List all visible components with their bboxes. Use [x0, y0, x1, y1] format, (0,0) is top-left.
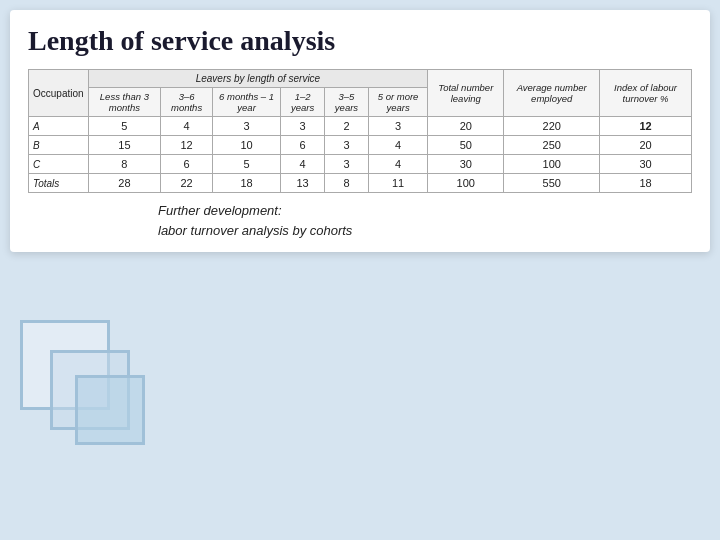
col4-header: 1–2 years [281, 88, 325, 117]
cell-0-c7: 20 [428, 117, 504, 136]
slide-container: Length of service analysis Occupation Le… [10, 10, 710, 252]
cell-0-occupation: A [29, 117, 89, 136]
background-decoration [20, 320, 180, 480]
col5-header: 3–5 years [325, 88, 369, 117]
cell-3-c5: 8 [325, 174, 369, 193]
avg-employed-header: Average number employed [504, 70, 600, 117]
cell-0-c1: 5 [88, 117, 161, 136]
cell-2-c6: 4 [368, 155, 427, 174]
cell-2-c7: 30 [428, 155, 504, 174]
col3-header: 6 months – 1 year [212, 88, 280, 117]
cell-0-c2: 4 [161, 117, 213, 136]
index-header: Index of labour turnover % [600, 70, 692, 117]
cell-3-c8: 550 [504, 174, 600, 193]
cell-1-c1: 15 [88, 136, 161, 155]
cell-1-occupation: B [29, 136, 89, 155]
cell-2-c5: 3 [325, 155, 369, 174]
footer-line2: labor turnover analysis by cohorts [158, 223, 352, 238]
cell-1-c8: 250 [504, 136, 600, 155]
cell-2-c8: 100 [504, 155, 600, 174]
table-row: C8654343010030 [29, 155, 692, 174]
cell-3-c9: 18 [600, 174, 692, 193]
occupation-header: Occupation [29, 70, 89, 117]
cell-1-c9: 20 [600, 136, 692, 155]
cell-3-c7: 100 [428, 174, 504, 193]
cell-1-c6: 4 [368, 136, 427, 155]
footer-note: Further development: labor turnover anal… [28, 201, 692, 240]
cell-2-c3: 5 [212, 155, 280, 174]
header-row-1: Occupation Leavers by length of service … [29, 70, 692, 88]
cell-1-c4: 6 [281, 136, 325, 155]
cell-1-c7: 50 [428, 136, 504, 155]
cell-0-c8: 220 [504, 117, 600, 136]
cell-0-c9: 12 [600, 117, 692, 136]
col1-header: Less than 3 months [88, 88, 161, 117]
cell-1-c3: 10 [212, 136, 280, 155]
cell-3-c4: 13 [281, 174, 325, 193]
cell-2-c1: 8 [88, 155, 161, 174]
slide-title: Length of service analysis [28, 25, 692, 57]
data-table: Occupation Leavers by length of service … [28, 69, 692, 193]
cell-3-occupation: Totals [29, 174, 89, 193]
cell-0-c5: 2 [325, 117, 369, 136]
cell-0-c3: 3 [212, 117, 280, 136]
cell-0-c6: 3 [368, 117, 427, 136]
table-container: Occupation Leavers by length of service … [28, 69, 692, 193]
leavers-header: Leavers by length of service [88, 70, 428, 88]
table-row: A5433232022012 [29, 117, 692, 136]
total-leaving-header: Total number leaving [428, 70, 504, 117]
table-row: B1512106345025020 [29, 136, 692, 155]
cell-2-c9: 30 [600, 155, 692, 174]
cell-2-c4: 4 [281, 155, 325, 174]
footer-line1: Further development: [158, 203, 282, 218]
cell-3-c6: 11 [368, 174, 427, 193]
cell-3-c1: 28 [88, 174, 161, 193]
cell-3-c2: 22 [161, 174, 213, 193]
cell-2-c2: 6 [161, 155, 213, 174]
cell-3-c3: 18 [212, 174, 280, 193]
cell-0-c4: 3 [281, 117, 325, 136]
cell-1-c2: 12 [161, 136, 213, 155]
cell-2-occupation: C [29, 155, 89, 174]
table-row: Totals2822181381110055018 [29, 174, 692, 193]
col2-header: 3–6 months [161, 88, 213, 117]
col6-header: 5 or more years [368, 88, 427, 117]
cell-1-c5: 3 [325, 136, 369, 155]
